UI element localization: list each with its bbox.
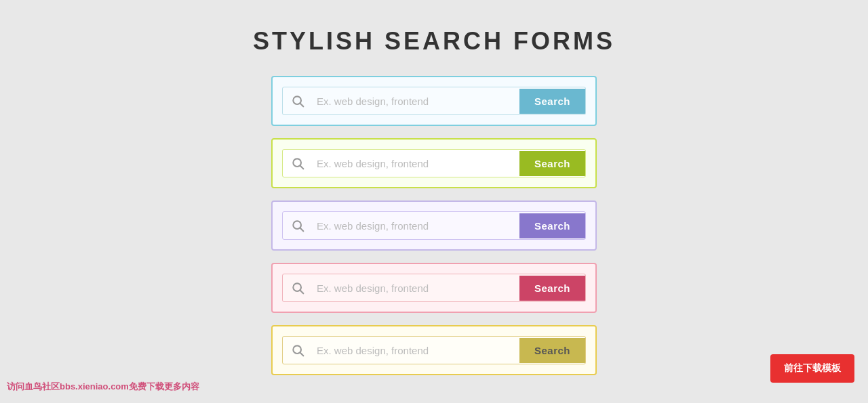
search-form-purple: Search (282, 211, 586, 240)
search-wrapper-blue: Search (271, 76, 597, 126)
search-icon-yellow (283, 337, 313, 364)
search-wrapper-green: Search (271, 138, 597, 188)
search-wrapper-yellow: Search (271, 325, 597, 375)
search-input-yellow[interactable] (313, 338, 519, 363)
search-button-purple[interactable]: Search (519, 213, 585, 238)
watermark: 访问血鸟社区bbs.xieniao.com免费下载更多内容 (7, 381, 199, 393)
search-icon-blue (283, 87, 313, 114)
page-title: STYLISH SEARCH FORMS (0, 0, 868, 69)
search-icon-purple (283, 212, 313, 239)
svg-line-9 (300, 353, 304, 356)
search-form-pink: Search (282, 274, 586, 302)
search-input-pink[interactable] (313, 276, 519, 301)
search-input-blue[interactable] (313, 89, 519, 114)
search-form-green: Search (282, 149, 586, 177)
search-input-green[interactable] (313, 151, 519, 176)
svg-line-7 (300, 291, 304, 294)
download-template-button[interactable]: 前往下载模板 (770, 354, 854, 383)
search-button-yellow[interactable]: Search (519, 338, 585, 363)
svg-line-3 (300, 166, 304, 169)
forms-container: Search Search Search (0, 76, 868, 375)
search-input-purple[interactable] (313, 213, 519, 238)
search-button-blue[interactable]: Search (519, 89, 585, 114)
svg-line-1 (300, 104, 304, 107)
search-form-yellow: Search (282, 336, 586, 364)
search-icon-pink (283, 274, 313, 301)
search-wrapper-purple: Search (271, 200, 597, 251)
search-button-pink[interactable]: Search (519, 276, 585, 301)
search-icon-green (283, 150, 313, 177)
svg-line-5 (300, 228, 304, 232)
search-button-green[interactable]: Search (519, 151, 585, 176)
search-wrapper-pink: Search (271, 263, 597, 313)
search-form-blue: Search (282, 87, 586, 115)
